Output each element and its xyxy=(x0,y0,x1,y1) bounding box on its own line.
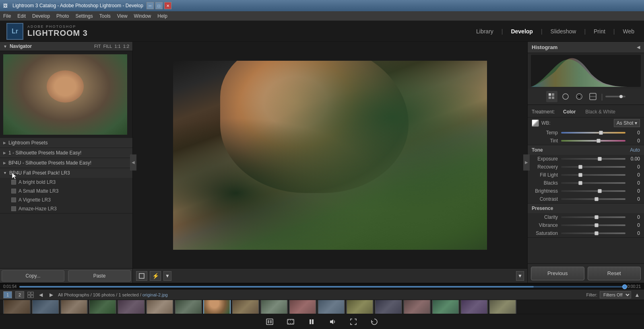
film-thumb-10[interactable] xyxy=(260,300,288,314)
navigator-thumbnail[interactable] xyxy=(3,54,127,135)
film-thumb-17[interactable] xyxy=(460,300,488,314)
paste-button[interactable]: Paste xyxy=(68,270,131,282)
histogram-collapse-arrow[interactable]: ◀ xyxy=(637,45,640,50)
vibrance-slider-track[interactable] xyxy=(561,224,625,226)
treatment-bw[interactable]: Black & White xyxy=(585,109,615,115)
contrast-slider-track[interactable] xyxy=(561,198,625,200)
right-panel-collapse[interactable]: ▶ xyxy=(523,154,530,171)
contrast-slider-thumb[interactable] xyxy=(594,197,599,201)
filmstrip-prev-nav[interactable]: ◀ xyxy=(37,291,44,298)
basic-tool-icon[interactable] xyxy=(546,91,557,102)
preset-item-vignette[interactable]: A Vignette LR3 xyxy=(0,195,132,204)
menu-help[interactable]: Help xyxy=(157,13,167,19)
saturation-slider-track[interactable] xyxy=(561,232,625,234)
split-tone-icon[interactable] xyxy=(587,91,599,102)
reset-button[interactable]: Reset xyxy=(588,267,641,280)
film-thumb-1[interactable] xyxy=(3,300,31,314)
filmstrip-grid-icon[interactable] xyxy=(27,292,34,298)
nav-fill[interactable]: FILL xyxy=(103,44,112,49)
rotate-icon[interactable] xyxy=(369,316,380,327)
toolbar-dropdown[interactable]: ▼ xyxy=(163,271,171,281)
clarity-slider-thumb[interactable] xyxy=(594,215,599,219)
menu-photo[interactable]: Photo xyxy=(56,13,69,19)
film-thumb-14[interactable] xyxy=(375,300,402,314)
blacks-slider-thumb[interactable] xyxy=(578,181,582,185)
curve-tool-icon[interactable] xyxy=(560,91,571,102)
nav-develop[interactable]: Develop xyxy=(508,27,536,36)
menu-edit[interactable]: Edit xyxy=(17,13,26,19)
timeline-thumb[interactable] xyxy=(622,284,627,289)
wb-dropdown[interactable]: As Shot ▾ xyxy=(614,119,640,127)
fill-light-slider-track[interactable] xyxy=(561,174,625,176)
brightness-slider-track[interactable] xyxy=(561,190,625,192)
nav-1to1[interactable]: 1:1 xyxy=(114,44,120,49)
film-thumb-2[interactable] xyxy=(32,300,59,314)
saturation-slider-thumb[interactable] xyxy=(594,231,599,235)
filmstrip-expand-btn[interactable]: ▲ xyxy=(634,291,641,298)
filmstrip-page2[interactable]: 2 xyxy=(15,291,24,298)
film-thumb-7[interactable] xyxy=(175,300,202,314)
hsl-tool-icon[interactable] xyxy=(574,91,585,102)
frame-icon[interactable] xyxy=(264,316,275,327)
expand-icon[interactable] xyxy=(348,316,359,327)
maximize-button[interactable]: □ xyxy=(155,2,163,9)
tint-slider-track[interactable] xyxy=(561,140,625,142)
nav-slideshow[interactable]: Slideshow xyxy=(547,27,580,36)
film-thumb-5[interactable] xyxy=(118,300,145,314)
menu-window[interactable]: Window xyxy=(134,13,151,19)
navigator-header[interactable]: ▼ Navigator FIT FILL 1:1 1:2 xyxy=(0,42,132,51)
film-thumb-15[interactable] xyxy=(403,300,431,314)
menu-settings[interactable]: Settings xyxy=(75,13,93,19)
close-button[interactable]: ✕ xyxy=(164,2,171,9)
histogram-header[interactable]: Histogram ◀ xyxy=(528,42,644,53)
menu-view[interactable]: View xyxy=(117,13,128,19)
film-thumb-9[interactable] xyxy=(232,300,259,314)
previous-button[interactable]: Previous xyxy=(531,267,584,280)
preset-item-matte[interactable]: A Small Matte LR3 xyxy=(0,187,132,195)
exposure-slider-track[interactable] xyxy=(561,158,625,160)
preset-group-silhouette-header[interactable]: ▶ 1 - Silhouette Presets Made Easy! xyxy=(0,148,132,158)
nav-library[interactable]: Library xyxy=(473,27,497,36)
nav-1to2[interactable]: 1:2 xyxy=(123,44,129,49)
filmstrip-page1[interactable]: 1 xyxy=(3,291,12,298)
menu-file[interactable]: File xyxy=(3,13,11,19)
filmstrip-next-nav[interactable]: ▶ xyxy=(47,291,55,298)
preset-group-bp4u-fall-header[interactable]: ▼ BP4U Fall Preset Pack! LR3 xyxy=(0,168,132,178)
crop-tool-icon[interactable] xyxy=(136,271,147,281)
main-photo[interactable] xyxy=(173,61,487,250)
vibrance-slider-thumb[interactable] xyxy=(594,223,599,227)
toolbar-expand-arrow[interactable]: ▼ xyxy=(516,271,524,281)
temp-slider-track[interactable] xyxy=(561,132,625,134)
film-thumb-18[interactable] xyxy=(489,300,516,314)
clarity-slider-track[interactable] xyxy=(561,216,625,218)
film-thumb-3[interactable] xyxy=(60,300,88,314)
preset-group-bp4u-sil-header[interactable]: ▶ BP4U - Silhouette Presets Made Easy! xyxy=(0,158,132,168)
exposure-slider-thumb[interactable] xyxy=(598,157,602,161)
wb-picker[interactable] xyxy=(532,119,539,127)
minimize-button[interactable]: ─ xyxy=(147,2,154,9)
film-thumb-8[interactable] xyxy=(203,300,231,314)
nav-fit[interactable]: FIT xyxy=(94,44,101,49)
film-thumb-11[interactable] xyxy=(289,300,316,314)
film-thumb-6[interactable] xyxy=(146,300,173,314)
preset-item-bright[interactable]: A bright bold LR3 xyxy=(0,178,132,187)
film-thumb-16[interactable] xyxy=(432,300,459,314)
film-thumb-12[interactable] xyxy=(318,300,345,314)
tint-slider-thumb[interactable] xyxy=(597,139,601,143)
copy-button[interactable]: Copy... xyxy=(2,270,64,282)
preset-item-haze[interactable]: Amaze-Haze LR3 xyxy=(0,204,132,213)
nav-web[interactable]: Web xyxy=(619,27,638,36)
pause-icon[interactable] xyxy=(306,316,317,327)
preset-group-lightroom-header[interactable]: ▶ Lightroom Presets xyxy=(0,138,132,148)
recovery-slider-thumb[interactable] xyxy=(578,165,582,169)
film-thumb-4[interactable] xyxy=(89,300,116,314)
tone-auto[interactable]: Auto xyxy=(630,147,640,153)
fill-light-slider-thumb[interactable] xyxy=(578,173,582,177)
film-thumb-13[interactable] xyxy=(346,300,374,314)
nav-print[interactable]: Print xyxy=(590,27,609,36)
recovery-slider-track[interactable] xyxy=(561,166,625,168)
grid-tool-icon[interactable]: ⚡ xyxy=(150,271,161,281)
menu-develop[interactable]: Develop xyxy=(32,13,50,19)
temp-slider-thumb[interactable] xyxy=(599,131,603,135)
timeline-track[interactable] xyxy=(19,286,625,288)
